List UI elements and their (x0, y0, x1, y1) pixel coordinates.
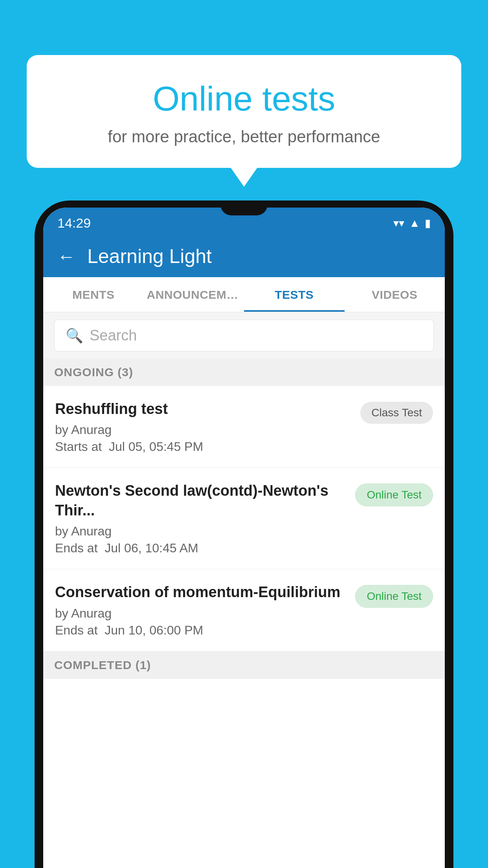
speech-bubble: Online tests for more practice, better p… (27, 55, 461, 168)
test-name-2: Newton's Second law(contd)-Newton's Thir… (55, 481, 347, 520)
test-badge-2: Online Test (355, 484, 433, 506)
test-date-2: Ends at Jul 06, 10:45 AM (55, 541, 347, 555)
battery-icon: ▮ (425, 217, 431, 230)
status-icons: ▾▾ ▲ ▮ (393, 217, 431, 230)
tab-announcements[interactable]: ANNOUNCEMENTS (144, 277, 244, 312)
phone-frame: 14:29 ▾▾ ▲ ▮ ← Learning Light MENTS ANNO… (35, 200, 453, 868)
test-info-1: Reshuffling test by Anurag Starts at Jul… (55, 399, 352, 454)
test-date-3: Ends at Jun 10, 06:00 PM (55, 623, 347, 638)
bubble-subtitle: for more practice, better performance (46, 127, 442, 146)
test-author-1: by Anurag (55, 423, 352, 437)
ongoing-section-header: ONGOING (3) (43, 359, 445, 386)
test-info-3: Conservation of momentum-Equilibrium by … (55, 583, 347, 637)
signal-icon: ▲ (409, 217, 420, 230)
test-date-1: Starts at Jul 05, 05:45 PM (55, 440, 352, 454)
search-container: 🔍 Search (43, 313, 445, 359)
phone-screen: 14:29 ▾▾ ▲ ▮ ← Learning Light MENTS ANNO… (43, 208, 445, 868)
test-info-2: Newton's Second law(contd)-Newton's Thir… (55, 481, 347, 555)
test-item-3[interactable]: Conservation of momentum-Equilibrium by … (43, 569, 445, 651)
tabs-bar: MENTS ANNOUNCEMENTS TESTS VIDEOS (43, 277, 445, 313)
test-badge-1: Class Test (360, 402, 433, 424)
test-name-3: Conservation of momentum-Equilibrium (55, 583, 347, 602)
test-item-2[interactable]: Newton's Second law(contd)-Newton's Thir… (43, 468, 445, 569)
bubble-title: Online tests (46, 79, 442, 119)
completed-section-header: COMPLETED (1) (43, 651, 445, 679)
tab-videos[interactable]: VIDEOS (345, 277, 445, 312)
test-author-3: by Anurag (55, 606, 347, 621)
status-time: 14:29 (57, 215, 91, 231)
app-bar: ← Learning Light (43, 235, 445, 277)
tab-ments[interactable]: MENTS (43, 277, 144, 312)
back-button[interactable]: ← (57, 246, 75, 267)
app-title: Learning Light (87, 245, 212, 268)
wifi-icon: ▾▾ (393, 217, 404, 230)
test-list: Reshuffling test by Anurag Starts at Jul… (43, 386, 445, 868)
search-icon: 🔍 (66, 327, 83, 344)
test-badge-3: Online Test (355, 585, 433, 608)
tab-tests[interactable]: TESTS (244, 277, 345, 312)
search-input-wrapper[interactable]: 🔍 Search (54, 320, 434, 351)
search-placeholder: Search (90, 327, 137, 344)
test-name-1: Reshuffling test (55, 399, 352, 419)
phone-notch (220, 200, 268, 215)
test-author-2: by Anurag (55, 524, 347, 539)
test-item-1[interactable]: Reshuffling test by Anurag Starts at Jul… (43, 386, 445, 468)
